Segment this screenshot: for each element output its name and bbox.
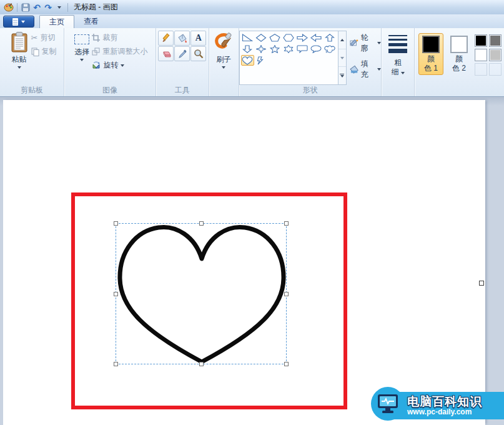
shape-heart-icon[interactable] bbox=[241, 55, 254, 66]
selection-rectangle-icon bbox=[74, 34, 89, 44]
group-colors: 颜 色 1 颜 色 2 bbox=[415, 28, 504, 96]
selection-handle-n[interactable] bbox=[199, 221, 204, 226]
selection-handle-sw[interactable] bbox=[114, 362, 118, 366]
tab-view[interactable]: 查看 bbox=[74, 15, 108, 28]
palette-color-gray[interactable] bbox=[489, 34, 502, 47]
shape-star-4-icon[interactable] bbox=[255, 44, 268, 54]
chevron-down-icon bbox=[377, 68, 381, 71]
size-button[interactable]: 粗 细 bbox=[386, 31, 410, 85]
text-tool[interactable]: A bbox=[190, 31, 206, 46]
selection-handle-w[interactable] bbox=[114, 292, 118, 296]
shape-selection-box[interactable] bbox=[116, 223, 287, 364]
watermark-url: www.pc-daily.com bbox=[407, 408, 504, 416]
rotate-icon bbox=[92, 61, 101, 69]
group-label-brushes bbox=[209, 85, 239, 96]
arrow-down-icon bbox=[340, 75, 344, 78]
group-label-size bbox=[382, 85, 414, 96]
expand-line bbox=[340, 74, 344, 74]
application-menu-button[interactable] bbox=[3, 16, 34, 28]
heart-drawing[interactable] bbox=[116, 224, 287, 365]
selection-handle-se[interactable] bbox=[284, 362, 289, 366]
fill-bucket-tool[interactable] bbox=[174, 31, 190, 46]
eraser-tool[interactable] bbox=[158, 46, 174, 61]
magnifier-icon bbox=[194, 49, 204, 59]
paste-button[interactable]: 粘贴 bbox=[7, 31, 31, 85]
resize-button[interactable]: 重新调整大小 bbox=[92, 46, 147, 57]
selection-handle-e[interactable] bbox=[284, 292, 289, 296]
chevron-down-icon bbox=[17, 66, 21, 69]
chevron-down-icon bbox=[377, 42, 381, 44]
shape-hexagon-icon[interactable] bbox=[282, 32, 295, 43]
outline-icon bbox=[350, 39, 358, 48]
palette-color-black[interactable] bbox=[475, 34, 487, 47]
crop-icon bbox=[92, 34, 100, 42]
outline-button[interactable]: 轮廓 bbox=[350, 32, 382, 54]
brushes-button[interactable]: 刷子 bbox=[210, 31, 237, 85]
title-bar: ↶ ↷ 无标题 - 画图 bbox=[0, 0, 504, 14]
toolbar-dropdown-icon[interactable] bbox=[54, 2, 65, 12]
rotate-button[interactable]: 旋转 bbox=[92, 60, 147, 71]
color1-button[interactable]: 颜 色 1 bbox=[418, 33, 443, 75]
palette-color-white[interactable] bbox=[475, 49, 487, 61]
shape-callout-oval-icon[interactable] bbox=[310, 44, 323, 54]
shape-callout-cloud-icon[interactable] bbox=[324, 44, 337, 54]
color-picker-tool[interactable] bbox=[174, 46, 190, 61]
save-icon[interactable] bbox=[20, 2, 31, 12]
group-clipboard: 粘贴 ✂ 剪切 复制 剪贴板 bbox=[0, 28, 64, 96]
divider bbox=[67, 3, 68, 12]
palette-color-empty[interactable] bbox=[475, 63, 487, 76]
paint-app-icon bbox=[3, 2, 14, 12]
shape-diamond-icon[interactable] bbox=[255, 32, 268, 43]
cut-button[interactable]: ✂ 剪切 bbox=[31, 32, 57, 43]
shape-arrow-up-icon[interactable] bbox=[324, 32, 337, 43]
arrow-down-icon bbox=[340, 57, 344, 59]
group-brushes: 刷子 bbox=[209, 28, 239, 96]
color2-button[interactable]: 颜 色 2 bbox=[447, 33, 472, 75]
group-label-colors bbox=[415, 85, 504, 96]
fill-icon bbox=[350, 65, 358, 74]
gallery-scroll-up-button[interactable] bbox=[338, 31, 346, 49]
shape-lightning-icon[interactable] bbox=[255, 55, 268, 66]
redo-icon[interactable]: ↷ bbox=[42, 2, 54, 12]
canvas-resize-handle-east[interactable] bbox=[479, 281, 484, 286]
pencil-tool[interactable] bbox=[158, 31, 174, 46]
gallery-expand-button[interactable] bbox=[338, 67, 346, 84]
text-icon: A bbox=[195, 33, 202, 43]
shape-arrow-right-icon[interactable] bbox=[296, 32, 309, 43]
workspace: 电脑百科知识 www.pc-daily.com bbox=[0, 97, 504, 425]
shape-triangle-right-icon[interactable] bbox=[241, 32, 254, 43]
monitor-icon bbox=[377, 393, 399, 414]
gallery-scroll-down-button[interactable] bbox=[338, 49, 346, 68]
selection-handle-s[interactable] bbox=[199, 362, 204, 366]
fill-button[interactable]: 填充 bbox=[350, 59, 382, 80]
shape-arrow-down-icon[interactable] bbox=[241, 44, 254, 54]
color1-swatch bbox=[422, 36, 440, 53]
palette-color-empty[interactable] bbox=[489, 63, 502, 76]
copy-button[interactable]: 复制 bbox=[31, 46, 57, 57]
undo-icon[interactable]: ↶ bbox=[31, 2, 42, 12]
crop-button[interactable]: 裁剪 bbox=[92, 32, 147, 43]
shape-pentagon-icon[interactable] bbox=[269, 32, 282, 43]
shape-gallery-scrollbar bbox=[338, 31, 347, 85]
group-label-shapes: 形状 bbox=[239, 85, 382, 96]
ribbon: 粘贴 ✂ 剪切 复制 剪贴板 bbox=[0, 28, 504, 97]
shape-arrow-left-icon[interactable] bbox=[310, 32, 323, 43]
palette-color-lightgray[interactable] bbox=[489, 49, 502, 61]
select-button[interactable]: 选择 bbox=[72, 31, 92, 85]
magnifier-tool[interactable] bbox=[190, 46, 206, 61]
selection-handle-ne[interactable] bbox=[284, 221, 289, 226]
watermark-logo bbox=[371, 387, 405, 421]
tab-home[interactable]: 主页 bbox=[39, 15, 74, 28]
watermark-banner: 电脑百科知识 www.pc-daily.com bbox=[390, 392, 504, 419]
tab-strip: 主页 查看 bbox=[0, 14, 504, 28]
group-image: 选择 裁剪 重新调整大小 旋转 bbox=[64, 28, 156, 96]
color-palette bbox=[475, 33, 502, 76]
clipboard-icon bbox=[10, 32, 29, 53]
watermark: 电脑百科知识 www.pc-daily.com bbox=[371, 386, 504, 422]
selection-handle-nw[interactable] bbox=[114, 221, 118, 226]
shape-star-5-icon[interactable] bbox=[269, 44, 282, 54]
window-title: 无标题 - 画图 bbox=[74, 2, 118, 12]
shape-star-6-icon[interactable] bbox=[282, 44, 295, 54]
eraser-icon bbox=[161, 49, 171, 58]
shape-callout-rect-icon[interactable] bbox=[296, 44, 309, 54]
